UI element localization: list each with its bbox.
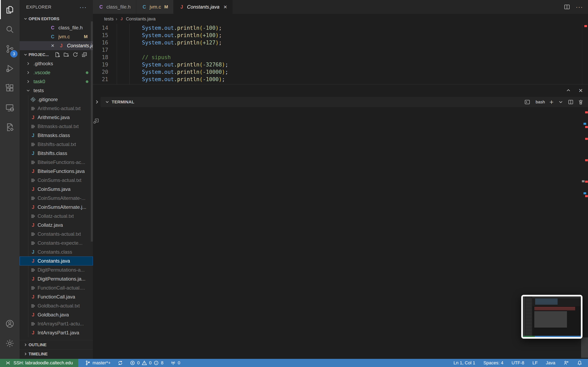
file-tree-item[interactable]: JArithmetic.java: [20, 113, 93, 122]
problems-item[interactable]: 0 0 8: [130, 360, 164, 366]
collapse-all-icon[interactable]: [81, 52, 87, 58]
file-tree-item[interactable]: JConstants.java: [20, 257, 93, 266]
extensions-icon[interactable]: [0, 78, 20, 98]
split-terminal-icon[interactable]: [568, 99, 573, 105]
file-tree-item[interactable]: JGoldbach.java: [20, 310, 93, 319]
remote-explorer-icon[interactable]: [0, 98, 20, 117]
file-tree-item[interactable]: IntArraysPart1-actu...: [20, 319, 93, 328]
c-cpp-tools-icon[interactable]: [0, 117, 20, 137]
file-tree-item[interactable]: Constants-expecte...: [20, 239, 93, 248]
file-tree-item[interactable]: tests: [20, 86, 93, 95]
file-tree-item[interactable]: BitwiseFunctions-ac...: [20, 158, 93, 167]
chevron-down-icon[interactable]: [105, 100, 110, 104]
file-tree-item[interactable]: DigitPermutations-a...: [20, 266, 93, 275]
editor-tab-Constants.java[interactable]: JConstants.java×: [173, 0, 233, 14]
cursor-position[interactable]: Ln 1, Col 1: [453, 360, 475, 366]
run-debug-icon[interactable]: [0, 59, 20, 78]
maximize-panel-icon[interactable]: [566, 87, 571, 93]
settings-gear-icon[interactable]: [0, 334, 20, 353]
open-editors-header[interactable]: OPEN EDITORS: [20, 14, 93, 23]
split-editor-icon[interactable]: [564, 4, 570, 10]
file-tree-item[interactable]: .gitignore: [20, 95, 93, 104]
screenshot-preview-thumbnail[interactable]: [521, 295, 582, 339]
file-tree-item[interactable]: JCoinSums.java: [20, 185, 93, 194]
refresh-icon[interactable]: [72, 52, 78, 58]
file-tree-item[interactable]: Constants-actual.txt: [20, 230, 93, 239]
file-name: BitwiseFunctions-ac...: [38, 159, 85, 165]
remote-indicator[interactable]: SSH: labradoodle.caltech.edu: [0, 359, 78, 367]
breadcrumb[interactable]: tests › J Constants.java: [93, 14, 588, 24]
indentation[interactable]: Spaces: 4: [484, 360, 503, 366]
file-tree-item[interactable]: JDigitPermutations.ja...: [20, 275, 93, 284]
file-tree-item[interactable]: JCoinSumsAlternate.j...: [20, 203, 93, 212]
breadcrumb-folder[interactable]: tests: [104, 16, 113, 22]
open-editor-item[interactable]: ×JConstants.javat...: [20, 41, 93, 50]
file-tree-item[interactable]: JBitwiseFunctions.java: [20, 167, 93, 176]
launch-profile-chevron-icon[interactable]: [558, 99, 563, 105]
file-tree-item[interactable]: JBitshifts.class: [20, 149, 93, 158]
notifications-item[interactable]: [577, 360, 582, 366]
line-number: 16: [93, 39, 108, 46]
new-folder-icon[interactable]: [63, 52, 69, 58]
file-tree-item[interactable]: Arithmetic-actual.txt: [20, 104, 93, 113]
ports-item[interactable]: 0: [171, 360, 180, 366]
more-actions-icon[interactable]: ···: [79, 4, 87, 11]
source-control-icon[interactable]: 3: [0, 39, 20, 59]
outline-section-header[interactable]: OUTLINE: [20, 340, 93, 349]
sidebar-scrollbar[interactable]: [91, 21, 93, 242]
terminal-output[interactable]: [93, 107, 588, 359]
file-type-icon: J: [58, 43, 64, 49]
file-tree-item[interactable]: Collatz-actual.txt: [20, 212, 93, 221]
sync-changes-item[interactable]: [118, 360, 123, 366]
git-branch-item[interactable]: master*+: [85, 360, 111, 366]
chevron-down-icon: [23, 17, 28, 21]
file-tree-item[interactable]: CoinSumsAlternate-...: [20, 194, 93, 203]
feedback-item[interactable]: [563, 360, 569, 366]
overview-ruler-mark: [585, 195, 588, 197]
chevron-right-icon: [26, 79, 32, 84]
more-actions-icon[interactable]: ···: [576, 3, 583, 10]
new-terminal-icon[interactable]: +: [549, 99, 553, 105]
file-tree-item[interactable]: FunctionCall-actual....: [20, 284, 93, 292]
file-tree-item[interactable]: JCollatz.java: [20, 221, 93, 230]
editor-tab-jvm.c[interactable]: Cjvm.cM: [136, 0, 173, 14]
kill-terminal-trash-icon[interactable]: [578, 99, 584, 105]
file-name: task0: [34, 79, 45, 84]
java-file-icon: J: [30, 276, 36, 282]
close-icon[interactable]: ×: [224, 4, 227, 10]
timeline-section-header[interactable]: TIMELINE: [20, 349, 93, 359]
file-tree-item[interactable]: JConstants.class: [20, 248, 93, 257]
file-tree-item[interactable]: .githooks: [20, 59, 93, 68]
encoding[interactable]: UTF-8: [512, 360, 524, 366]
file-tree-item[interactable]: JBitmasks.class: [20, 131, 93, 140]
shell-name[interactable]: bash: [536, 100, 545, 104]
editor-tab-class_file.h[interactable]: Cclass_file.h: [93, 0, 136, 14]
open-editor-item[interactable]: Cclass_file.h: [20, 23, 93, 32]
file-name: IntArraysPart1-actu...: [38, 321, 84, 327]
file-tree-item[interactable]: Bitshifts-actual.txt: [20, 140, 93, 149]
search-icon[interactable]: [0, 20, 20, 39]
terminal-scrollbar[interactable]: [581, 337, 588, 358]
file-tree-item[interactable]: CoinSums-actual.txt: [20, 176, 93, 185]
text-file-icon: [30, 124, 36, 129]
code-editor[interactable]: 14 System.out.println(-100);15 System.ou…: [93, 24, 588, 84]
breadcrumb-file[interactable]: Constants.java: [126, 16, 156, 22]
close-icon[interactable]: ×: [49, 41, 57, 50]
account-icon[interactable]: [0, 314, 20, 334]
file-tree-item[interactable]: .vscode: [20, 68, 93, 77]
new-file-icon[interactable]: [54, 52, 60, 58]
file-tree-item[interactable]: JIntArraysPart1.java: [20, 328, 93, 337]
explorer-icon[interactable]: [0, 0, 20, 20]
language-mode[interactable]: Java: [546, 360, 555, 366]
file-tree-item[interactable]: Goldbach-actual.txt: [20, 301, 93, 310]
file-tree-item[interactable]: JFunctionCall.java: [20, 292, 93, 301]
file-tree-item[interactable]: Bitmasks-actual.txt: [20, 122, 93, 131]
open-editor-item[interactable]: Cjvm.cM: [20, 32, 93, 41]
end-of-line[interactable]: LF: [532, 360, 538, 366]
text-file-icon: [30, 285, 36, 291]
project-section-header[interactable]: PROJEC...: [20, 50, 93, 59]
git-modified-badge: M: [164, 4, 168, 9]
terminal-tabs-chevron-icon[interactable]: [94, 99, 100, 105]
close-panel-icon[interactable]: ×: [579, 87, 583, 94]
file-tree-item[interactable]: task0: [20, 77, 93, 86]
